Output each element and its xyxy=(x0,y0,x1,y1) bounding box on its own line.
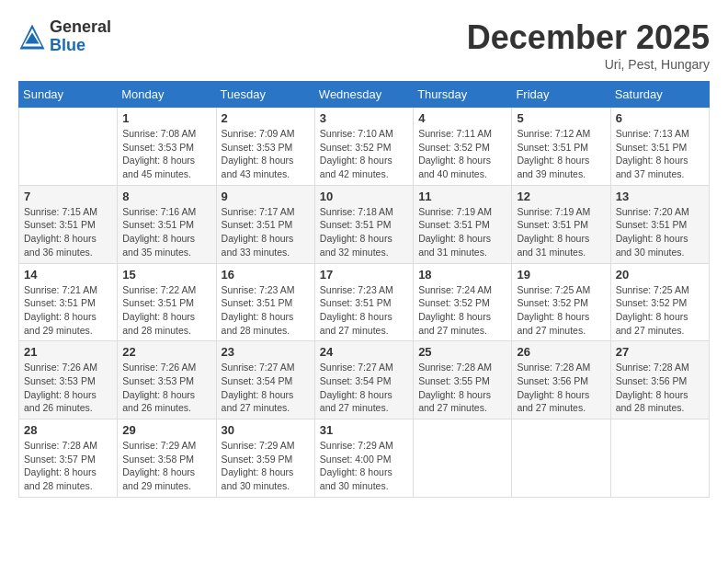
calendar-cell: 31Sunrise: 7:29 AMSunset: 4:00 PMDayligh… xyxy=(314,419,413,498)
day-number: 31 xyxy=(320,423,408,437)
day-number: 5 xyxy=(517,111,605,125)
day-number: 29 xyxy=(122,423,210,437)
day-info: Sunrise: 7:19 AMSunset: 3:51 PMDaylight:… xyxy=(418,205,506,259)
day-number: 7 xyxy=(24,190,112,203)
day-number: 9 xyxy=(222,190,310,203)
calendar-week-row: 14Sunrise: 7:21 AMSunset: 3:51 PMDayligh… xyxy=(19,263,710,341)
day-number: 27 xyxy=(616,345,704,359)
day-info: Sunrise: 7:29 AMSunset: 3:59 PMDaylight:… xyxy=(222,439,310,493)
calendar-cell: 2Sunrise: 7:09 AMSunset: 3:53 PMDaylight… xyxy=(216,108,314,186)
day-info: Sunrise: 7:29 AMSunset: 4:00 PMDaylight:… xyxy=(320,439,408,493)
day-number: 8 xyxy=(122,190,210,203)
day-number: 19 xyxy=(517,268,605,282)
day-info: Sunrise: 7:12 AMSunset: 3:51 PMDaylight:… xyxy=(517,127,605,181)
day-number: 15 xyxy=(122,268,210,282)
day-number: 6 xyxy=(616,111,704,125)
logo: General Blue xyxy=(18,18,111,55)
calendar-cell: 12Sunrise: 7:19 AMSunset: 3:51 PMDayligh… xyxy=(512,185,610,263)
calendar-cell: 18Sunrise: 7:24 AMSunset: 3:52 PMDayligh… xyxy=(414,263,512,341)
calendar-cell: 7Sunrise: 7:15 AMSunset: 3:51 PMDaylight… xyxy=(19,185,118,263)
location: Uri, Pest, Hungary xyxy=(467,57,710,72)
day-info: Sunrise: 7:28 AMSunset: 3:55 PMDaylight:… xyxy=(418,361,506,415)
calendar-cell: 3Sunrise: 7:10 AMSunset: 3:52 PMDaylight… xyxy=(314,108,413,186)
day-info: Sunrise: 7:28 AMSunset: 3:57 PMDaylight:… xyxy=(24,439,112,493)
calendar-cell: 24Sunrise: 7:27 AMSunset: 3:54 PMDayligh… xyxy=(314,341,413,419)
day-info: Sunrise: 7:13 AMSunset: 3:51 PMDaylight:… xyxy=(616,127,704,181)
calendar-cell: 26Sunrise: 7:28 AMSunset: 3:56 PMDayligh… xyxy=(512,341,610,419)
calendar-cell: 19Sunrise: 7:25 AMSunset: 3:52 PMDayligh… xyxy=(512,263,610,341)
logo-icon xyxy=(18,23,46,51)
day-info: Sunrise: 7:10 AMSunset: 3:52 PMDaylight:… xyxy=(320,127,408,181)
calendar-cell: 30Sunrise: 7:29 AMSunset: 3:59 PMDayligh… xyxy=(216,419,314,498)
day-info: Sunrise: 7:29 AMSunset: 3:58 PMDaylight:… xyxy=(122,439,210,493)
day-info: Sunrise: 7:08 AMSunset: 3:53 PMDaylight:… xyxy=(122,127,210,181)
day-info: Sunrise: 7:16 AMSunset: 3:51 PMDaylight:… xyxy=(122,205,210,259)
day-info: Sunrise: 7:24 AMSunset: 3:52 PMDaylight:… xyxy=(418,283,506,338)
day-info: Sunrise: 7:27 AMSunset: 3:54 PMDaylight:… xyxy=(320,361,408,415)
day-info: Sunrise: 7:21 AMSunset: 3:51 PMDaylight:… xyxy=(24,283,112,338)
calendar-week-row: 1Sunrise: 7:08 AMSunset: 3:53 PMDaylight… xyxy=(19,108,710,186)
logo-text: General Blue xyxy=(50,18,111,55)
calendar-table: SundayMondayTuesdayWednesdayThursdayFrid… xyxy=(18,81,710,498)
day-info: Sunrise: 7:26 AMSunset: 3:53 PMDaylight:… xyxy=(24,361,112,415)
day-info: Sunrise: 7:19 AMSunset: 3:51 PMDaylight:… xyxy=(517,205,605,259)
page-header: General Blue December 2025 Uri, Pest, Hu… xyxy=(18,18,710,72)
calendar-week-row: 28Sunrise: 7:28 AMSunset: 3:57 PMDayligh… xyxy=(19,419,710,498)
month-title: December 2025 xyxy=(467,18,710,57)
calendar-cell: 13Sunrise: 7:20 AMSunset: 3:51 PMDayligh… xyxy=(610,185,709,263)
day-info: Sunrise: 7:25 AMSunset: 3:52 PMDaylight:… xyxy=(517,283,605,338)
calendar-cell: 14Sunrise: 7:21 AMSunset: 3:51 PMDayligh… xyxy=(19,263,118,341)
calendar-day-header: Saturday xyxy=(610,82,709,108)
day-info: Sunrise: 7:23 AMSunset: 3:51 PMDaylight:… xyxy=(222,283,310,338)
calendar-header: SundayMondayTuesdayWednesdayThursdayFrid… xyxy=(19,82,710,108)
day-number: 26 xyxy=(517,345,605,359)
day-info: Sunrise: 7:18 AMSunset: 3:51 PMDaylight:… xyxy=(320,205,408,259)
calendar-cell: 29Sunrise: 7:29 AMSunset: 3:58 PMDayligh… xyxy=(118,419,216,498)
calendar-cell: 25Sunrise: 7:28 AMSunset: 3:55 PMDayligh… xyxy=(414,341,512,419)
calendar-cell: 4Sunrise: 7:11 AMSunset: 3:52 PMDaylight… xyxy=(414,108,512,186)
title-area: December 2025 Uri, Pest, Hungary xyxy=(467,18,710,72)
calendar-cell: 28Sunrise: 7:28 AMSunset: 3:57 PMDayligh… xyxy=(19,419,118,498)
day-info: Sunrise: 7:09 AMSunset: 3:53 PMDaylight:… xyxy=(222,127,310,181)
calendar-cell: 6Sunrise: 7:13 AMSunset: 3:51 PMDaylight… xyxy=(610,108,709,186)
day-number: 25 xyxy=(418,345,506,359)
calendar-cell: 5Sunrise: 7:12 AMSunset: 3:51 PMDaylight… xyxy=(512,108,610,186)
calendar-day-header: Monday xyxy=(118,82,216,108)
calendar-cell: 21Sunrise: 7:26 AMSunset: 3:53 PMDayligh… xyxy=(19,341,118,419)
day-info: Sunrise: 7:17 AMSunset: 3:51 PMDaylight:… xyxy=(222,205,310,259)
day-info: Sunrise: 7:20 AMSunset: 3:51 PMDaylight:… xyxy=(616,205,704,259)
day-info: Sunrise: 7:26 AMSunset: 3:53 PMDaylight:… xyxy=(122,361,210,415)
day-number: 14 xyxy=(24,268,112,282)
calendar-day-header: Tuesday xyxy=(216,82,314,108)
calendar-day-header: Friday xyxy=(512,82,610,108)
day-number: 12 xyxy=(517,190,605,203)
day-number: 11 xyxy=(418,190,506,203)
calendar-cell: 15Sunrise: 7:22 AMSunset: 3:51 PMDayligh… xyxy=(118,263,216,341)
logo-general: General xyxy=(50,18,111,37)
calendar-body: 1Sunrise: 7:08 AMSunset: 3:53 PMDaylight… xyxy=(19,108,710,498)
day-info: Sunrise: 7:23 AMSunset: 3:51 PMDaylight:… xyxy=(320,283,408,338)
day-number: 4 xyxy=(418,111,506,125)
day-info: Sunrise: 7:27 AMSunset: 3:54 PMDaylight:… xyxy=(222,361,310,415)
calendar-cell: 9Sunrise: 7:17 AMSunset: 3:51 PMDaylight… xyxy=(216,185,314,263)
calendar-cell: 8Sunrise: 7:16 AMSunset: 3:51 PMDaylight… xyxy=(118,185,216,263)
day-info: Sunrise: 7:25 AMSunset: 3:52 PMDaylight:… xyxy=(616,283,704,338)
calendar-cell xyxy=(19,108,118,186)
calendar-cell xyxy=(414,419,512,498)
calendar-day-header: Thursday xyxy=(414,82,512,108)
calendar-cell: 1Sunrise: 7:08 AMSunset: 3:53 PMDaylight… xyxy=(118,108,216,186)
day-number: 2 xyxy=(222,111,310,125)
day-number: 20 xyxy=(616,268,704,282)
logo-blue: Blue xyxy=(50,37,111,55)
calendar-week-row: 21Sunrise: 7:26 AMSunset: 3:53 PMDayligh… xyxy=(19,341,710,419)
day-number: 13 xyxy=(616,190,704,203)
calendar-week-row: 7Sunrise: 7:15 AMSunset: 3:51 PMDaylight… xyxy=(19,185,710,263)
day-number: 10 xyxy=(320,190,408,203)
day-number: 16 xyxy=(222,268,310,282)
day-number: 28 xyxy=(24,423,112,437)
day-info: Sunrise: 7:15 AMSunset: 3:51 PMDaylight:… xyxy=(24,205,112,259)
calendar-cell: 17Sunrise: 7:23 AMSunset: 3:51 PMDayligh… xyxy=(314,263,413,341)
day-number: 18 xyxy=(418,268,506,282)
calendar-cell xyxy=(512,419,610,498)
day-number: 17 xyxy=(320,268,408,282)
